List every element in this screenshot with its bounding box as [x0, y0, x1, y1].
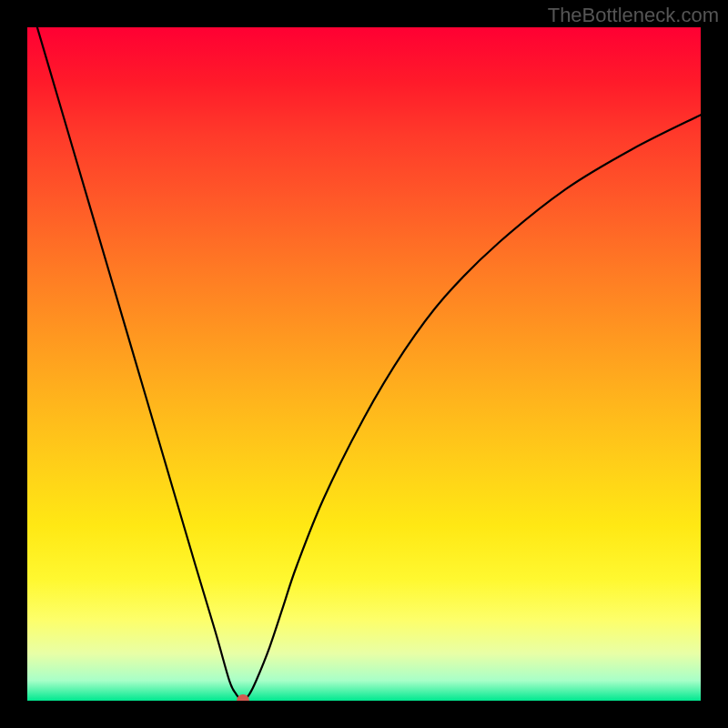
plot-area [27, 27, 701, 701]
chart-container: TheBottleneck.com [0, 0, 728, 728]
watermark: TheBottleneck.com [548, 4, 719, 27]
bottleneck-curve [27, 27, 701, 701]
optimal-point-marker [237, 694, 249, 701]
